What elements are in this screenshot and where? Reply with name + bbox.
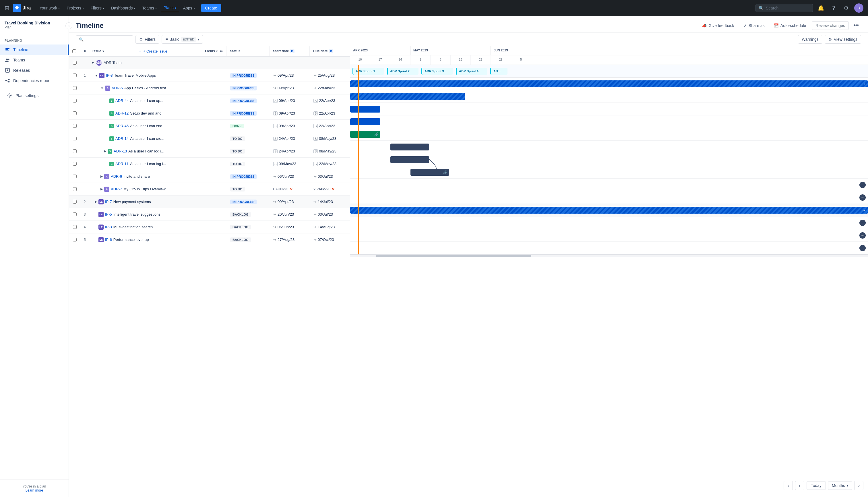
expand-icon[interactable]: ▶ bbox=[95, 200, 97, 203]
issue-title: Performance level-up bbox=[113, 238, 149, 242]
gantt-prev-button[interactable]: ‹ bbox=[784, 481, 793, 490]
issue-key[interactable]: ADR-7 bbox=[111, 187, 122, 191]
issue-key[interactable]: IP-8 bbox=[106, 73, 113, 77]
filters-button[interactable]: ⚙ Filters bbox=[135, 35, 159, 44]
select-all-checkbox[interactable] bbox=[72, 49, 76, 53]
toolbar: 🔍 ⚙ Filters ≡ Basic EDITED ▾ Warnings ⚙ … bbox=[69, 33, 868, 46]
gantt-bar[interactable]: → bbox=[350, 207, 868, 214]
issue-key[interactable]: ADR-6 bbox=[111, 174, 122, 179]
fields-button[interactable]: Fields ▾ ⇔ bbox=[202, 49, 223, 53]
nav-your-work[interactable]: Your work ▾ bbox=[37, 4, 62, 12]
user-avatar[interactable]: U bbox=[854, 3, 864, 13]
issue-key[interactable]: ADR-14 bbox=[115, 137, 129, 141]
issue-key[interactable]: ADR-44 bbox=[115, 99, 129, 103]
expand-icon[interactable]: ▶ bbox=[100, 187, 103, 191]
status-badge: IN PROGRESS bbox=[230, 200, 257, 204]
nav-projects[interactable]: Projects ▾ bbox=[64, 4, 87, 12]
sidebar-item-teams[interactable]: Teams bbox=[0, 55, 69, 65]
sidebar-item-dependencies[interactable]: Dependencies report bbox=[0, 75, 69, 86]
date-clear-icon[interactable]: ✕ bbox=[290, 187, 293, 191]
gantt-months-row: APR 2023 MAY 2023 JUN 2023 bbox=[350, 46, 868, 55]
gantt-months-dropdown[interactable]: Months ▾ bbox=[828, 481, 852, 490]
issue-key[interactable]: IP-6 bbox=[105, 238, 112, 242]
gantt-bar[interactable] bbox=[390, 144, 429, 151]
th-num: # bbox=[81, 46, 89, 56]
expand-collapse-icon[interactable]: ⇔ bbox=[220, 49, 223, 53]
gantt-today-button[interactable]: Today bbox=[807, 481, 826, 490]
basic-dropdown-button[interactable]: ≡ Basic EDITED ▾ bbox=[162, 35, 203, 44]
project-sub: Plan bbox=[4, 25, 64, 29]
issue-title: Setup dev and and ... bbox=[130, 111, 165, 115]
issue-key[interactable]: IP-5 bbox=[105, 212, 112, 216]
issue-key[interactable]: ADR-5 bbox=[112, 86, 123, 90]
sidebar-item-timeline[interactable]: Timeline bbox=[0, 44, 69, 55]
warnings-button[interactable]: Warnings bbox=[798, 35, 822, 44]
gantt-bar[interactable] bbox=[350, 106, 380, 113]
notifications-icon[interactable]: 🔔 bbox=[816, 3, 825, 13]
nav-teams[interactable]: Teams ▾ bbox=[139, 4, 159, 12]
gantt-bar[interactable]: 🔗 bbox=[410, 169, 449, 176]
expand-icon[interactable]: ▼ bbox=[91, 61, 95, 65]
sidebar-item-releases[interactable]: Releases bbox=[0, 65, 69, 75]
gantt-scrollbar[interactable] bbox=[350, 254, 868, 257]
story-icon: S bbox=[110, 99, 114, 103]
issue-key[interactable]: ADR-12 bbox=[115, 111, 129, 115]
gantt-next-button[interactable]: › bbox=[795, 481, 804, 490]
gantt-row bbox=[350, 153, 868, 166]
issue-key[interactable]: ADR-45 bbox=[115, 124, 129, 128]
chevron-down-icon: ▾ bbox=[103, 6, 104, 10]
view-settings-button[interactable]: ⚙ View settings bbox=[825, 35, 861, 44]
svg-line-10 bbox=[6, 81, 8, 82]
nav-dashboards[interactable]: Dashboards ▾ bbox=[108, 4, 138, 12]
gantt-bar[interactable] bbox=[350, 118, 380, 125]
issue-key[interactable]: IP-7 bbox=[105, 200, 112, 204]
share-as-button[interactable]: ↗ Share as bbox=[740, 22, 768, 30]
gantt-bar[interactable]: 🔗 bbox=[350, 131, 380, 138]
svg-point-11 bbox=[9, 95, 11, 97]
nav-filters[interactable]: Filters ▾ bbox=[88, 4, 107, 12]
expand-icon[interactable]: ▶ bbox=[104, 149, 106, 153]
nav-plans[interactable]: Plans ▾ bbox=[161, 4, 179, 12]
sidebar-item-plan-settings[interactable]: Plan settings bbox=[2, 90, 69, 101]
jira-logo[interactable]: Jira bbox=[13, 4, 31, 12]
issue-search-input[interactable] bbox=[85, 37, 130, 42]
checkbox-cell[interactable] bbox=[69, 59, 81, 66]
issue-key[interactable]: IP-3 bbox=[105, 225, 112, 229]
epic-icon: A bbox=[104, 187, 110, 192]
help-icon[interactable]: ? bbox=[829, 3, 838, 13]
chevron-down-icon: ▾ bbox=[847, 484, 848, 487]
learn-more-link[interactable]: Learn more bbox=[4, 488, 64, 493]
search-box[interactable]: 🔍 bbox=[755, 4, 813, 12]
table-row: 5 ▶ LE IP-6 Performance level-up BACKLOG… bbox=[69, 233, 350, 246]
sidebar-teams-label: Teams bbox=[13, 58, 25, 62]
gantt-bar[interactable] bbox=[350, 93, 465, 100]
issue-title: As a user I can ena... bbox=[130, 124, 165, 128]
gantt-bar[interactable]: → bbox=[350, 81, 868, 87]
scroll-thumb[interactable] bbox=[376, 255, 531, 257]
auto-schedule-button[interactable]: 📅 Auto-schedule bbox=[770, 22, 810, 30]
expand-icon[interactable]: ▼ bbox=[100, 86, 104, 90]
issue-key[interactable]: ADR-11 bbox=[115, 162, 129, 166]
search-input[interactable] bbox=[766, 6, 810, 10]
grid-icon[interactable]: ⊞ bbox=[4, 4, 10, 12]
sort-icon[interactable]: ▾ bbox=[102, 50, 104, 53]
sidebar-collapse-button[interactable]: ‹ bbox=[66, 23, 72, 29]
give-feedback-button[interactable]: 📣 Give feedback bbox=[698, 22, 738, 30]
expand-icon[interactable]: ▼ bbox=[95, 74, 98, 77]
more-actions-button[interactable]: ••• bbox=[851, 21, 861, 30]
create-issue-button[interactable]: ＋ + Create issue bbox=[138, 48, 167, 54]
gantt-expand-button[interactable]: ⤢ bbox=[854, 481, 864, 490]
issue-search-box[interactable]: 🔍 bbox=[76, 35, 133, 43]
create-button[interactable]: Create bbox=[201, 4, 221, 12]
settings-icon[interactable]: ⚙ bbox=[842, 3, 851, 13]
timeline-actions: 📣 Give feedback ↗ Share as 📅 Auto-schedu… bbox=[698, 21, 861, 30]
project-name: Travel Booking Division bbox=[4, 21, 64, 25]
issue-key[interactable]: ADR-13 bbox=[114, 149, 127, 153]
review-changes-button[interactable]: Review changes bbox=[812, 21, 849, 30]
bar-arrow-right: → bbox=[862, 208, 866, 212]
date-clear-icon[interactable]: ✕ bbox=[332, 187, 335, 191]
expand-icon[interactable]: ▶ bbox=[100, 174, 103, 178]
off-screen-indicator: → bbox=[859, 232, 866, 239]
nav-apps[interactable]: Apps ▾ bbox=[180, 4, 198, 12]
sprint-bar-2: ADR Sprint 2 bbox=[387, 68, 419, 75]
